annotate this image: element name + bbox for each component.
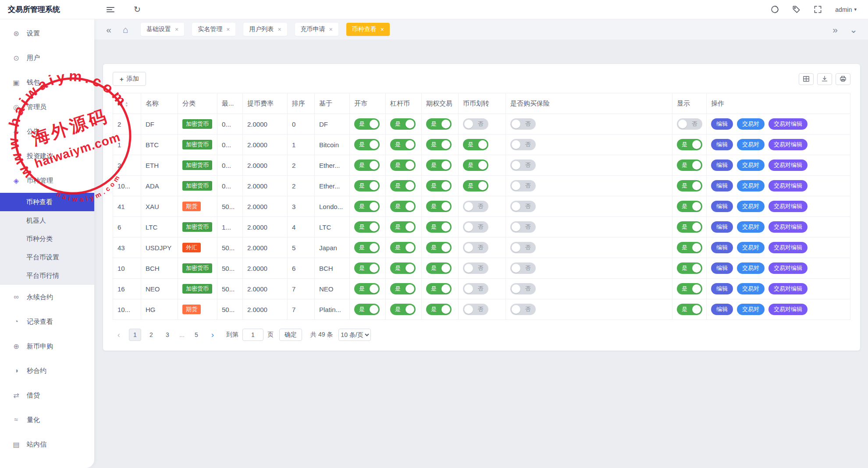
toggle-open[interactable]: 是 <box>354 118 380 130</box>
toggle-open[interactable]: 是 <box>354 160 380 171</box>
toggle-transfer[interactable]: 否 <box>463 304 488 315</box>
toggle-leverage[interactable]: 是 <box>390 160 416 171</box>
edit-button[interactable]: 编辑 <box>711 221 733 233</box>
tab-close-icon[interactable]: × <box>175 26 178 33</box>
toggle-options[interactable]: 是 <box>426 304 452 315</box>
edit-button[interactable]: 编辑 <box>711 304 733 315</box>
pair-edit-button[interactable]: 交易对编辑 <box>768 139 808 150</box>
edit-button[interactable]: 编辑 <box>711 160 733 171</box>
toggle-open[interactable]: 是 <box>354 242 380 253</box>
toggle-options[interactable]: 是 <box>426 180 452 191</box>
toggle-display[interactable]: 是 <box>677 160 702 171</box>
tab-充币申请[interactable]: 充币申请× <box>295 23 338 36</box>
tab-基础设置[interactable]: 基础设置× <box>141 23 184 36</box>
toggle-transfer[interactable]: 否 <box>463 221 488 233</box>
sidebar-item-site-mail[interactable]: ▤站内信 <box>0 432 94 457</box>
toggle-display[interactable]: 是 <box>677 242 702 253</box>
toggle-options[interactable]: 是 <box>426 242 452 253</box>
pair-edit-button[interactable]: 交易对编辑 <box>768 242 808 253</box>
edit-button[interactable]: 编辑 <box>711 118 733 130</box>
prev-page-icon[interactable]: ‹ <box>113 329 125 341</box>
toggle-display[interactable]: 是 <box>677 139 702 150</box>
tab-币种查看[interactable]: 币种查看× <box>346 23 390 36</box>
pair-edit-button[interactable]: 交易对编辑 <box>768 283 808 294</box>
tabs-scroll-left-icon[interactable]: « <box>103 25 114 34</box>
toggle-transfer[interactable]: 是 <box>463 180 488 191</box>
toggle-display[interactable]: 是 <box>677 201 702 212</box>
pair-edit-button[interactable]: 交易对编辑 <box>768 118 808 130</box>
edit-button[interactable]: 编辑 <box>711 180 733 191</box>
sidebar-item-coin-management[interactable]: ◈币种管理 <box>0 168 94 193</box>
toggle-open[interactable]: 是 <box>354 221 380 233</box>
toggle-transfer[interactable]: 否 <box>463 242 488 253</box>
toggle-leverage[interactable]: 是 <box>390 201 416 212</box>
pair-button[interactable]: 交易对 <box>737 118 765 130</box>
toggle-display[interactable]: 是 <box>677 283 702 294</box>
pair-button[interactable]: 交易对 <box>737 304 765 315</box>
toggle-leverage[interactable]: 是 <box>390 242 416 253</box>
toggle-transfer[interactable]: 否 <box>463 201 488 212</box>
toggle-leverage[interactable]: 是 <box>390 221 416 233</box>
sidebar-item-settings[interactable]: ⊛设置 <box>0 21 94 46</box>
toggle-transfer[interactable]: 否 <box>463 118 488 130</box>
add-button[interactable]: + 添加 <box>113 72 146 86</box>
pair-button[interactable]: 交易对 <box>737 262 765 274</box>
toggle-display[interactable]: 是 <box>677 221 702 233</box>
toggle-options[interactable]: 是 <box>426 221 452 233</box>
sidebar-item-quant[interactable]: ≈量化 <box>0 408 94 432</box>
pair-edit-button[interactable]: 交易对编辑 <box>768 201 808 212</box>
admin-menu[interactable]: admin ▾ <box>835 6 857 13</box>
toggle-insurance[interactable]: 否 <box>510 242 536 253</box>
toggle-leverage[interactable]: 是 <box>390 118 416 130</box>
toggle-insurance[interactable]: 否 <box>510 180 536 191</box>
sidebar-subitem-coin-category[interactable]: 币种分类 <box>0 230 94 248</box>
toggle-leverage[interactable]: 是 <box>390 139 416 150</box>
sidebar-item-lending[interactable]: ⇄借贷 <box>0 383 94 408</box>
toggle-insurance[interactable]: 否 <box>510 139 536 150</box>
sidebar-item-wallet[interactable]: ▣钱包 <box>0 70 94 95</box>
sidebar-collapse-icon[interactable] <box>107 7 114 12</box>
pair-edit-button[interactable]: 交易对编辑 <box>768 262 808 274</box>
sidebar-item-second-contract[interactable]: ◑秒合约 <box>0 358 94 383</box>
sidebar-subitem-platform-coin-market[interactable]: 平台币行情 <box>0 266 94 285</box>
sidebar-item-perpetual-contract[interactable]: ∞永续合约 <box>0 285 94 309</box>
toggle-display[interactable]: 是 <box>677 180 702 191</box>
toggle-options[interactable]: 是 <box>426 160 452 171</box>
toggle-insurance[interactable]: 否 <box>510 160 536 171</box>
sidebar-subitem-platform-coin-settings[interactable]: 平台币设置 <box>0 248 94 266</box>
pair-button[interactable]: 交易对 <box>737 180 765 191</box>
page-number-5[interactable]: 5 <box>190 329 203 341</box>
pair-button[interactable]: 交易对 <box>737 160 765 171</box>
toggle-display[interactable]: 是 <box>677 262 702 274</box>
tabs-more-icon[interactable]: ⌄ <box>848 25 859 34</box>
pair-button[interactable]: 交易对 <box>737 283 765 294</box>
tag-icon[interactable] <box>792 5 800 14</box>
sidebar-item-announcement[interactable]: ◇公告 <box>0 119 94 144</box>
tab-实名管理[interactable]: 实名管理× <box>192 23 235 36</box>
tabs-scroll-right-icon[interactable]: » <box>829 25 841 34</box>
confirm-button[interactable]: 确定 <box>279 329 302 341</box>
toggle-leverage[interactable]: 是 <box>390 304 416 315</box>
tab-close-icon[interactable]: × <box>277 26 281 33</box>
toggle-display[interactable]: 是 <box>677 304 702 315</box>
toggle-transfer[interactable]: 是 <box>463 139 488 150</box>
pair-edit-button[interactable]: 交易对编辑 <box>768 180 808 191</box>
toggle-options[interactable]: 是 <box>426 262 452 274</box>
tab-close-icon[interactable]: × <box>329 26 333 33</box>
toggle-insurance[interactable]: 否 <box>510 221 536 233</box>
page-number-2[interactable]: 2 <box>145 329 157 341</box>
toggle-options[interactable]: 是 <box>426 283 452 294</box>
pair-button[interactable]: 交易对 <box>737 242 765 253</box>
toggle-insurance[interactable]: 否 <box>510 262 536 274</box>
sidebar-item-investment-advice[interactable]: ☆投资建议 <box>0 144 94 168</box>
next-page-icon[interactable]: › <box>206 329 219 341</box>
pair-edit-button[interactable]: 交易对编辑 <box>768 160 808 171</box>
toggle-transfer[interactable]: 否 <box>463 262 488 274</box>
refresh-icon[interactable]: ↻ <box>134 5 141 14</box>
print-button[interactable] <box>836 73 850 85</box>
column-settings-button[interactable] <box>799 73 814 85</box>
toggle-insurance[interactable]: 否 <box>510 304 536 315</box>
toggle-open[interactable]: 是 <box>354 304 380 315</box>
fullscreen-icon[interactable] <box>814 5 822 14</box>
jump-page-input[interactable] <box>242 329 263 341</box>
